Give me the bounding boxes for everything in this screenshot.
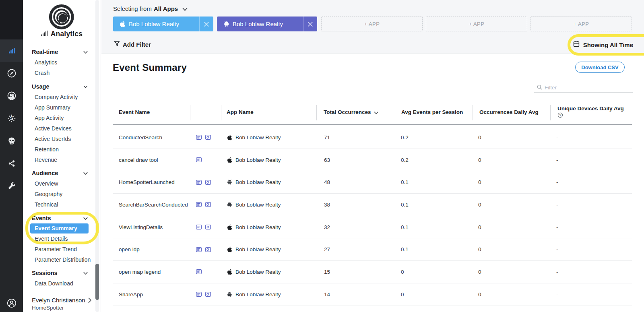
unique-devices-cell: - — [550, 126, 632, 149]
col-header-occurrences-daily[interactable]: Occurrences Daily Avg — [473, 100, 550, 124]
table-row[interactable]: ViewListingDetailsBob Loblaw Realty320.1… — [113, 216, 632, 239]
rail-item-explorer[interactable] — [0, 62, 23, 85]
event-log-icon[interactable] — [196, 157, 202, 162]
table-row[interactable]: cancel draw toolBob Loblaw Realty630.20- — [113, 149, 632, 171]
add-app-slot[interactable]: + APP — [530, 17, 632, 31]
app-name-cell: Bob Loblaw Realty — [221, 126, 316, 149]
total-occurrences-cell: 27 — [316, 238, 395, 260]
event-code-icon[interactable] — [205, 247, 211, 252]
col-header-unique-devices[interactable]: Unique Devices Daily Avg ? — [550, 100, 632, 124]
date-range-button[interactable]: Showing All Time — [573, 40, 633, 49]
app-chip-apple[interactable]: Bob Loblaw Realty — [113, 17, 213, 31]
nav-section-label: Real-time — [32, 49, 83, 55]
event-code-icon[interactable] — [205, 292, 211, 297]
sidebar: Analytics Real-timeAnalyticsCrashUsageCo… — [23, 0, 101, 312]
app-name-label: Bob Loblaw Realty — [235, 202, 281, 208]
help-icon[interactable]: ? — [557, 112, 563, 119]
event-log-icon[interactable] — [196, 202, 202, 207]
sort-desc-icon[interactable] — [374, 110, 378, 116]
rail-item-audience[interactable] — [0, 85, 23, 107]
sidebar-item-company-activity[interactable]: Company Activity — [23, 92, 98, 102]
event-code-icon[interactable] — [205, 202, 211, 207]
table-row[interactable]: SearchBarSearchConductedBob Loblaw Realt… — [113, 194, 632, 216]
table-row[interactable]: HomeSpotterLaunchedBob Loblaw Realty480.… — [113, 171, 632, 194]
rail-item-account[interactable] — [0, 295, 23, 312]
table-row[interactable]: ShareAppBob Loblaw Realty1400- — [113, 283, 632, 306]
rail-item-analytics[interactable] — [0, 39, 23, 62]
col-header-event-name[interactable]: Event Name — [113, 100, 190, 124]
app-name-label: Bob Loblaw Realty — [235, 246, 281, 252]
download-csv-button[interactable]: Download CSV — [575, 62, 625, 73]
event-name-cell: open ldp — [113, 238, 190, 260]
apple-icon — [227, 157, 233, 163]
event-code-icon[interactable] — [205, 135, 211, 140]
rail-item-admin[interactable] — [0, 175, 23, 197]
app-chip-android[interactable]: Bob Loblaw Realty — [217, 17, 317, 31]
android-icon — [227, 291, 233, 298]
nav-section-label: Usage — [32, 83, 83, 90]
event-log-icon[interactable] — [196, 180, 202, 185]
add-app-slot[interactable]: + APP — [426, 17, 527, 31]
remove-app-button[interactable] — [303, 17, 317, 31]
sidebar-item-overview[interactable]: Overview — [23, 178, 98, 189]
table-filter[interactable] — [534, 83, 633, 93]
add-app-slot[interactable]: + APP — [321, 17, 423, 31]
table-row[interactable]: open ldpBob Loblaw Realty270.10- — [113, 238, 632, 261]
app-name-label: Bob Loblaw Realty — [235, 157, 281, 163]
sidebar-item-revenue[interactable]: Revenue — [23, 155, 98, 165]
audience-icon — [7, 91, 17, 101]
account-switcher[interactable]: Evelyn Christianson HomeSpotter — [23, 292, 101, 312]
event-log-icon[interactable] — [196, 135, 202, 140]
nav-section-header-real-time[interactable]: Real-time — [23, 47, 98, 57]
nav-section-header-audience[interactable]: Audience — [23, 168, 98, 178]
add-filter-button[interactable]: Add Filter — [114, 40, 151, 49]
event-log-icon[interactable] — [196, 269, 202, 274]
app-name-label: Bob Loblaw Realty — [235, 291, 281, 298]
selecting-from[interactable]: Selecting from All Apps — [113, 4, 188, 13]
apple-icon — [227, 246, 233, 252]
sidebar-item-parameter-trend[interactable]: Parameter Trend — [23, 244, 98, 254]
filter-input[interactable] — [545, 85, 625, 91]
rail-item-crash[interactable] — [0, 130, 23, 152]
sidebar-item-parameter-distribution[interactable]: Parameter Distribution — [23, 254, 98, 265]
col-header-total-occurrences[interactable]: Total Occurrences — [316, 100, 395, 124]
event-log-icon[interactable] — [196, 225, 202, 229]
column-label: App Name — [227, 109, 254, 115]
table-row[interactable]: open map legendBob Loblaw Realty1500- — [113, 261, 632, 283]
chevron-down-icon — [83, 269, 88, 277]
nav-section-header-events[interactable]: Events — [23, 213, 98, 223]
sidebar-scrollbar-thumb[interactable] — [95, 264, 99, 300]
table-row[interactable]: ConductedSearchBob Loblaw Realty710.20- — [113, 126, 632, 149]
event-log-icon[interactable] — [196, 247, 202, 252]
sidebar-item-active-devices[interactable]: Active Devices — [23, 123, 98, 134]
sidebar-item-data-download[interactable]: Data Download — [23, 278, 98, 289]
unique-devices-cell: - — [550, 261, 632, 283]
rail-item-share[interactable] — [0, 152, 23, 175]
remove-app-button[interactable] — [200, 17, 213, 31]
column-separator — [395, 105, 395, 120]
sidebar-item-event-details[interactable]: Event Details — [23, 233, 98, 244]
col-header-avg-events[interactable]: Avg Events per Session — [395, 100, 473, 124]
sidebar-item-retention[interactable]: Retention — [23, 144, 98, 155]
sidebar-item-analytics[interactable]: Analytics — [23, 57, 98, 68]
app-name-cell: Bob Loblaw Realty — [221, 149, 316, 171]
event-log-icon[interactable] — [196, 292, 202, 297]
user-circle-icon — [6, 298, 17, 308]
col-header-app-name[interactable]: App Name — [221, 100, 316, 124]
column-label: Unique Devices Daily Avg — [557, 105, 624, 112]
rail-item-spark[interactable]: S — [0, 107, 23, 130]
sidebar-item-geography[interactable]: Geography — [23, 189, 98, 199]
sidebar-item-app-activity[interactable]: App Activity — [23, 113, 98, 123]
nav-section-header-usage[interactable]: Usage — [23, 81, 98, 92]
user-name: Evelyn Christianson — [32, 297, 85, 304]
sidebar-item-app-summary[interactable]: App Summary — [23, 102, 98, 113]
sidebar-item-event-summary[interactable]: Event Summary — [30, 223, 89, 233]
app-name-cell: Bob Loblaw Realty — [221, 216, 316, 238]
event-code-icon[interactable] — [205, 225, 211, 229]
app-window: S — [0, 0, 644, 312]
event-code-icon[interactable] — [205, 180, 211, 185]
nav-section-header-sessions[interactable]: Sessions — [23, 268, 98, 278]
sidebar-item-technical[interactable]: Technical — [23, 199, 98, 210]
sidebar-item-crash[interactable]: Crash — [23, 68, 98, 78]
sidebar-item-active-userids[interactable]: Active UserIds — [23, 134, 98, 144]
